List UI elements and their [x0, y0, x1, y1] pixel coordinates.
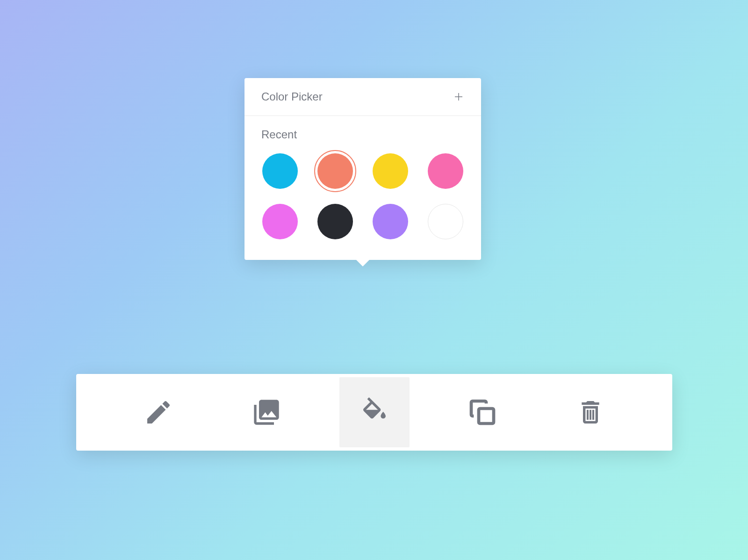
color-swatch[interactable]	[373, 204, 408, 239]
plus-icon	[453, 91, 464, 102]
color-swatch[interactable]	[317, 204, 353, 239]
add-color-button[interactable]	[453, 91, 464, 102]
color-swatch[interactable]	[262, 204, 298, 239]
images-icon	[252, 397, 281, 427]
trash-icon	[575, 397, 605, 427]
color-swatch[interactable]	[262, 153, 298, 189]
color-swatch[interactable]	[317, 153, 353, 189]
popover-body: Recent	[245, 116, 481, 260]
copy-button[interactable]	[447, 377, 518, 447]
popover-header: Color Picker	[245, 78, 481, 116]
swatches-grid	[261, 153, 464, 239]
toolbar	[76, 374, 672, 451]
color-picker-popover: Color Picker Recent	[245, 78, 481, 260]
delete-button[interactable]	[555, 377, 626, 447]
color-swatch[interactable]	[428, 153, 463, 189]
svg-rect-2	[479, 409, 494, 424]
copy-icon	[468, 397, 497, 427]
images-button[interactable]	[231, 377, 302, 447]
paint-bucket-icon	[360, 397, 389, 427]
popover-title: Color Picker	[261, 90, 323, 103]
fill-button[interactable]	[339, 377, 410, 447]
color-swatch[interactable]	[428, 204, 463, 239]
edit-button[interactable]	[123, 377, 194, 447]
recent-section-label: Recent	[261, 128, 464, 141]
pencil-icon	[144, 397, 173, 427]
color-swatch[interactable]	[373, 153, 408, 189]
